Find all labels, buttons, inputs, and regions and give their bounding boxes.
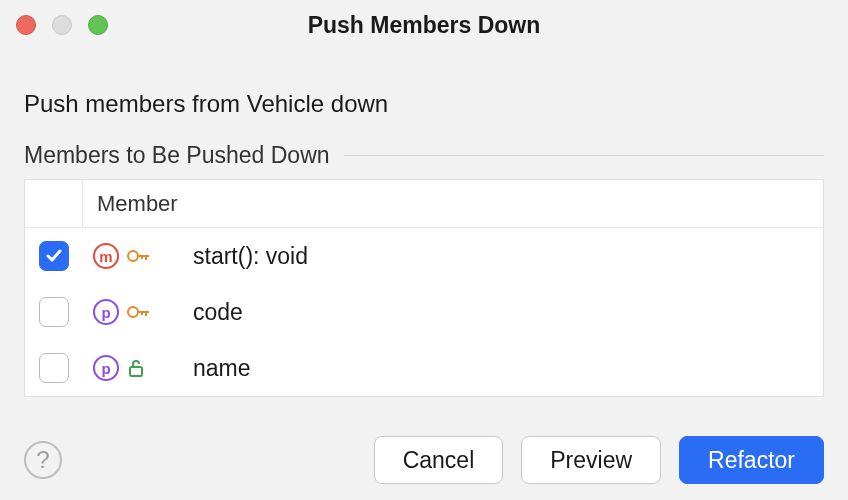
key-icon [127,304,151,320]
members-table: Member mstart(): voidpcodepname [24,179,824,397]
row-check-cell [25,340,83,396]
svg-rect-2 [145,255,147,260]
svg-rect-8 [130,367,142,376]
member-label: start(): void [193,243,823,270]
svg-rect-7 [141,311,143,315]
preview-button[interactable]: Preview [521,436,661,484]
member-label: name [193,355,823,382]
header-member-col: Member [83,180,823,227]
minimize-window-button[interactable] [52,15,72,35]
svg-point-0 [128,251,138,261]
lock-open-icon [127,358,145,378]
member-label: code [193,299,823,326]
cancel-button[interactable]: Cancel [374,436,504,484]
row-icons: m [83,228,193,284]
table-row: mstart(): void [25,228,823,284]
row-icons: p [83,284,193,340]
section-divider [344,155,824,156]
table-row: pname [25,340,823,396]
member-checkbox[interactable] [39,241,69,271]
member-checkbox[interactable] [39,353,69,383]
member-checkbox[interactable] [39,297,69,327]
help-button[interactable]: ? [24,441,62,479]
row-check-cell [25,228,83,284]
zoom-window-button[interactable] [88,15,108,35]
refactor-button[interactable]: Refactor [679,436,824,484]
dialog-footer: ? Cancel Preview Refactor [0,422,848,500]
dialog-heading: Push members from Vehicle down [24,90,824,118]
section-label: Members to Be Pushed Down [24,142,824,169]
section-label-text: Members to Be Pushed Down [24,142,330,169]
window-controls [16,15,108,35]
dialog-content: Push members from Vehicle down Members t… [0,50,848,397]
svg-rect-3 [141,255,143,259]
table-header-row: Member [25,180,823,228]
method-badge-icon: m [93,243,119,269]
window-title: Push Members Down [0,12,848,39]
key-icon [127,248,151,264]
row-check-cell [25,284,83,340]
svg-rect-6 [145,311,147,316]
property-badge-icon: p [93,355,119,381]
header-check-col [25,180,83,227]
title-bar: Push Members Down [0,0,848,50]
row-icons: p [83,340,193,396]
property-badge-icon: p [93,299,119,325]
close-window-button[interactable] [16,15,36,35]
svg-point-4 [128,307,138,317]
table-row: pcode [25,284,823,340]
